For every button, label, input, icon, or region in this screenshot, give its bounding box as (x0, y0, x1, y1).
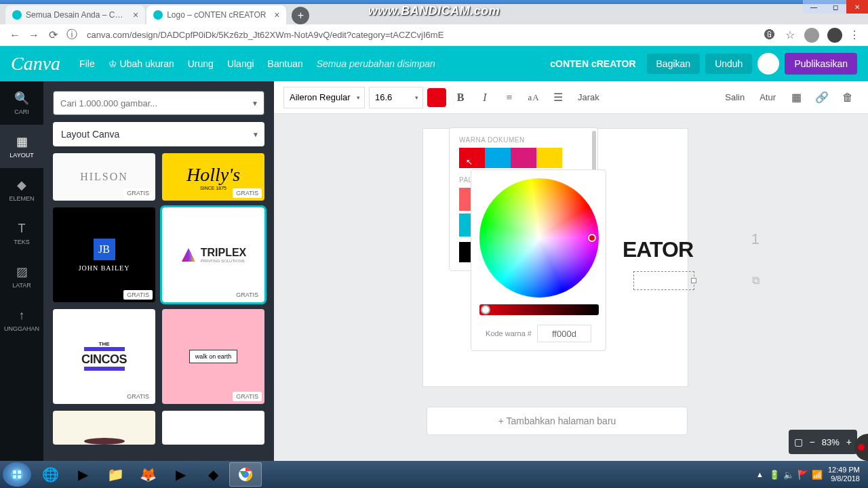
layout-dropdown[interactable]: Layout Canva ▼ (53, 122, 264, 146)
zoom-out-button[interactable]: − (810, 436, 815, 447)
download-button[interactable]: Unduh (705, 54, 752, 74)
undo-button[interactable]: Urung (188, 58, 214, 69)
brightness-slider[interactable] (479, 304, 599, 315)
system-clock[interactable]: 12:49 PM 9/8/2018 (828, 466, 860, 483)
presentation-icon[interactable]: ▢ (794, 436, 803, 447)
tab-close-icon[interactable]: × (274, 9, 279, 20)
publish-button[interactable]: Publikasikan (785, 53, 857, 75)
nav-layout[interactable]: ▦ LAYOUT (0, 125, 43, 168)
transparency-icon[interactable]: ▦ (788, 89, 804, 106)
upload-icon: ↑ (19, 308, 25, 323)
tray-icon[interactable]: 🔋 (769, 470, 780, 480)
template-card[interactable]: HILSON GRATIS (53, 153, 155, 201)
template-search[interactable]: ▼ (53, 91, 264, 115)
user-avatar[interactable] (757, 53, 779, 75)
color-swatch-yellow[interactable] (536, 148, 562, 168)
spacing-button[interactable]: Jarak (578, 92, 599, 102)
file-menu[interactable]: File (79, 58, 95, 69)
recorder-watermark: www.BANDICAM.com (368, 4, 500, 18)
redo-button[interactable]: Ulangi (227, 58, 254, 69)
template-card[interactable]: JB JOHN BAILEY GRATIS (53, 207, 155, 302)
tray-icon[interactable]: 🔈 (783, 470, 794, 480)
text-selection-box[interactable] (633, 271, 694, 290)
back-button[interactable]: ← (7, 27, 23, 43)
color-swatch-blue[interactable] (485, 148, 511, 168)
account-avatar[interactable] (827, 28, 842, 43)
nav-background[interactable]: ▨ LATAR (0, 255, 43, 298)
canvas-text-fragment[interactable]: EATOR (623, 237, 693, 262)
help-menu[interactable]: Bantuan (268, 58, 303, 69)
browser-tab-active[interactable]: Logo – cONTEN cREATOR × (146, 5, 286, 24)
start-button[interactable] (3, 462, 31, 487)
template-card[interactable]: THE CINCOS GRATIS (53, 309, 155, 404)
color-wheel[interactable] (479, 178, 599, 298)
taskbar-app-media[interactable]: ▶ (66, 462, 99, 487)
caret-icon: ▾ (357, 94, 360, 101)
favicon-icon (153, 10, 163, 20)
document-title[interactable]: cONTEN cREATOR (550, 58, 635, 69)
template-text: TRIPLEX (201, 247, 247, 259)
address-field[interactable]: canva.com/design/DADCpfP0iDk/5Kz6zb_Jt62… (81, 30, 760, 40)
search-input[interactable] (60, 98, 257, 108)
add-page-button[interactable]: + Tambahkan halaman baru (427, 407, 688, 435)
duplicate-page-icon[interactable]: ⧉ (752, 274, 760, 287)
wheel-handle[interactable] (588, 234, 596, 242)
tab-close-icon[interactable]: × (133, 9, 138, 20)
taskbar-app-other[interactable]: ◆ (197, 462, 229, 487)
free-badge: GRATIS (233, 188, 262, 198)
share-button[interactable]: Bagikan (647, 54, 701, 74)
nav-uploads[interactable]: ↑ UNGGAHAN (0, 298, 43, 342)
picker-scrollbar[interactable] (592, 131, 596, 171)
template-card[interactable]: walk on earth GRATIS (162, 309, 264, 404)
taskbar-app-explorer[interactable]: 📁 (99, 462, 132, 487)
window-close-button[interactable]: ✕ (846, 0, 868, 14)
canva-logo[interactable]: Canva (11, 53, 60, 75)
font-size-dropdown[interactable]: 16.6 ▾ (369, 87, 423, 108)
italic-button[interactable]: I (475, 87, 495, 108)
site-info-icon[interactable]: ⓘ (64, 27, 80, 43)
text-color-swatch[interactable] (427, 88, 446, 107)
template-text: HILSON (80, 171, 128, 183)
template-card[interactable] (162, 411, 264, 445)
slider-handle[interactable] (481, 305, 490, 314)
uppercase-button[interactable]: aA (524, 87, 544, 108)
browser-menu-button[interactable]: ⋮ (849, 28, 860, 41)
zoom-in-button[interactable]: + (846, 436, 852, 447)
tray-icon[interactable]: 🚩 (797, 470, 808, 480)
nav-elements[interactable]: ◆ ELEMEN (0, 168, 43, 211)
new-tab-button[interactable]: + (292, 7, 309, 24)
arrange-button[interactable]: Atur (760, 92, 776, 102)
link-icon[interactable]: 🔗 (814, 89, 830, 106)
bold-button[interactable]: B (450, 87, 471, 108)
translate-icon[interactable]: 🅖 (764, 29, 776, 41)
taskbar-app-player[interactable]: ▶ (164, 462, 197, 487)
window-minimize-button[interactable]: — (803, 0, 825, 14)
browser-tab[interactable]: Semua Desain Anda – Canva × (5, 5, 145, 24)
window-maximize-button[interactable]: ◻ (825, 0, 846, 14)
color-swatch-magenta[interactable] (511, 148, 536, 168)
bookmark-star-icon[interactable]: ☆ (784, 29, 796, 41)
profile-avatar[interactable] (804, 28, 819, 43)
reload-button[interactable]: ⟳ (45, 27, 61, 43)
hex-input[interactable] (537, 325, 591, 342)
align-button[interactable]: ≡ (499, 87, 519, 108)
tray-icon[interactable]: 📶 (812, 470, 823, 480)
forward-button[interactable]: → (26, 27, 42, 43)
font-family-dropdown[interactable]: Aileron Regular ▾ (283, 87, 365, 108)
taskbar-app-ie[interactable]: 🌐 (34, 462, 66, 487)
resize-menu[interactable]: Ubah ukuran (108, 58, 174, 69)
chrome-icon (238, 467, 253, 482)
font-name: Aileron Regular (290, 92, 351, 102)
nav-text[interactable]: T TEKS (0, 211, 43, 255)
nav-search[interactable]: 🔍 CARI (0, 81, 43, 125)
template-card[interactable]: Holly's SINCE 1875 GRATIS (162, 153, 264, 201)
list-button[interactable]: ☰ (548, 87, 568, 108)
taskbar-app-chrome[interactable] (229, 462, 262, 487)
tray-expand-icon[interactable]: ▲ (756, 470, 764, 479)
delete-icon[interactable]: 🗑 (840, 89, 856, 106)
template-card[interactable] (53, 411, 155, 445)
taskbar-app-firefox[interactable]: 🦊 (132, 462, 164, 487)
color-swatch-red[interactable] (459, 148, 485, 168)
template-card-selected[interactable]: TRIPLEX PRINTING SOLUTIONS GRATIS (162, 207, 264, 302)
copy-button[interactable]: Salin (725, 92, 745, 102)
